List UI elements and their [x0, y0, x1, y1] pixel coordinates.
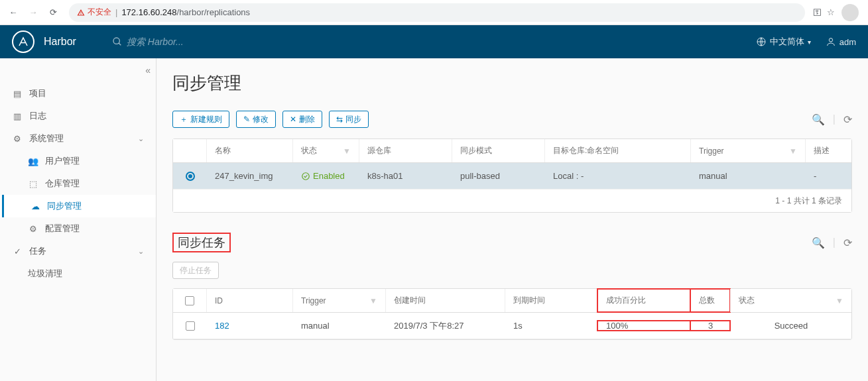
rule-row[interactable]: 247_kevin_img Enabled k8s-ha01 pull-base… [173, 163, 851, 190]
sidebar-item-users[interactable]: 👥 用户管理 [0, 150, 156, 172]
rules-table: 名称 状态▼ 源仓库 同步模式 目标仓库:命名空间 Trigger▼ 描述 24… [172, 138, 852, 213]
pencil-icon: ✎ [243, 115, 250, 124]
col-status[interactable]: 状态 [739, 295, 755, 306]
user-icon [826, 36, 836, 47]
sidebar-item-replication[interactable]: ☁ 同步管理 [0, 195, 156, 217]
new-rule-button[interactable]: ＋新建规则 [172, 111, 229, 128]
forward-button[interactable]: → [25, 5, 41, 21]
filter-icon[interactable]: ▼ [789, 146, 797, 156]
rule-src: k8s-ha01 [367, 171, 403, 181]
sidebar-item-config[interactable]: ⚙ 配置管理 [0, 217, 156, 240]
col-dest[interactable]: 目标仓库:命名空间 [553, 145, 619, 156]
registry-icon: ⬚ [28, 179, 38, 189]
edit-button[interactable]: ✎修改 [236, 111, 276, 128]
svg-point-0 [113, 38, 119, 44]
chevron-down-icon: ▾ [808, 38, 811, 46]
gear-icon: ⚙ [28, 224, 38, 234]
profile-avatar[interactable] [841, 4, 859, 21]
refresh-icon[interactable]: ⟳ [843, 113, 852, 126]
sidebar-item-logs[interactable]: ▥ 日志 [0, 105, 156, 127]
chevron-down-icon: ⌄ [138, 247, 144, 256]
main-content: 同步管理 ＋新建规则 ✎修改 ✕删除 ⇆同步 🔍 | ⟳ 名称 状态▼ 源仓库 … [156, 58, 868, 381]
star-icon[interactable]: ☆ [827, 7, 835, 17]
job-trigger: manual [301, 321, 330, 331]
rule-desc: - [814, 171, 816, 181]
filter-icon[interactable]: 🔍 [812, 237, 825, 249]
job-id-link[interactable]: 182 [215, 321, 229, 331]
rules-pagination-info: 1 - 1 共计 1 条记录 [775, 195, 842, 207]
harbor-logo-icon [12, 30, 34, 53]
page-title: 同步管理 [172, 72, 852, 95]
sidebar-item-gc[interactable]: 垃圾清理 [0, 262, 156, 285]
row-checkbox[interactable] [186, 321, 195, 331]
sync-icon: ⇆ [336, 115, 343, 124]
rule-name: 247_kevin_img [215, 171, 273, 181]
refresh-icon[interactable]: ⟳ [843, 237, 852, 249]
col-status[interactable]: 状态 [301, 145, 317, 156]
url-text: 172.16.60.248/harbor/replications [121, 7, 250, 17]
filter-icon[interactable]: ▼ [343, 146, 351, 156]
user-menu[interactable]: adm [826, 36, 856, 47]
filter-icon[interactable]: ▼ [369, 296, 377, 305]
global-search-input[interactable] [127, 36, 326, 47]
select-all-checkbox[interactable] [185, 296, 194, 305]
col-success[interactable]: 成功百分比 [606, 295, 646, 306]
enabled-badge: Enabled [301, 171, 345, 181]
svg-point-4 [302, 172, 310, 180]
annotation-highlight: 同步任务 [172, 233, 231, 252]
sidebar-label: 日志 [29, 110, 46, 122]
sidebar-item-tasks[interactable]: ✓ 任务 ⌄ [0, 240, 156, 262]
jobs-table: ID Trigger▼ 创建时间 到期时间 成功百分比 总数 状态▼ 182 m… [172, 288, 852, 340]
row-radio[interactable] [186, 172, 195, 181]
job-row[interactable]: 182 manual 2019/7/3 下午8:27 1s 100% 3 Suc… [173, 313, 851, 339]
sidebar-label: 任务 [29, 245, 46, 257]
col-trigger[interactable]: Trigger [301, 296, 326, 305]
sidebar-collapse-icon[interactable]: « [145, 65, 151, 76]
sidebar-label: 垃圾清理 [28, 268, 62, 280]
svg-line-1 [119, 43, 121, 45]
sidebar-item-projects[interactable]: ▤ 项目 [0, 82, 156, 105]
filter-icon[interactable]: 🔍 [812, 113, 825, 126]
brand-title: Harbor [44, 36, 76, 48]
sidebar-label: 配置管理 [45, 223, 80, 235]
sidebar-item-registries[interactable]: ⬚ 仓库管理 [0, 172, 156, 195]
browser-toolbar: ← → ⟳ 不安全 | 172.16.60.248/harbor/replica… [0, 0, 868, 25]
cloud-sync-icon: ☁ [30, 201, 40, 211]
col-name[interactable]: 名称 [215, 145, 231, 156]
reload-button[interactable]: ⟳ [45, 5, 61, 21]
x-icon: ✕ [290, 115, 296, 124]
rule-mode: pull-based [460, 171, 500, 181]
filter-icon[interactable]: ▼ [836, 296, 843, 305]
sidebar-label: 系统管理 [29, 133, 64, 144]
sidebar-label: 仓库管理 [45, 178, 80, 190]
col-created[interactable]: 创建时间 [394, 295, 426, 306]
job-duration: 1s [513, 321, 523, 331]
delete-button[interactable]: ✕删除 [282, 111, 322, 128]
language-switcher[interactable]: 中文简体 ▾ [756, 36, 811, 48]
replicate-button[interactable]: ⇆同步 [329, 111, 369, 128]
col-src[interactable]: 源仓库 [367, 145, 391, 156]
logs-icon: ▥ [12, 111, 23, 121]
plus-icon: ＋ [180, 114, 188, 125]
col-duration[interactable]: 到期时间 [513, 295, 545, 306]
col-id[interactable]: ID [215, 296, 223, 305]
job-success-rate: 100% [606, 321, 628, 331]
rule-dest: Local : - [553, 171, 584, 181]
col-trigger[interactable]: Trigger [699, 146, 724, 156]
chevron-down-icon: ⌄ [138, 135, 144, 143]
sidebar-item-sysadmin[interactable]: ⚙ 系统管理 ⌄ [0, 127, 156, 150]
key-icon[interactable]: ⚿ [813, 7, 820, 17]
jobs-section-title: 同步任务 [178, 236, 225, 249]
projects-icon: ▤ [12, 89, 23, 99]
url-bar[interactable]: 不安全 | 172.16.60.248/harbor/replications [69, 3, 805, 22]
rule-action-bar: ＋新建规则 ✎修改 ✕删除 ⇆同步 🔍 | ⟳ [172, 111, 852, 128]
col-mode[interactable]: 同步模式 [460, 145, 492, 156]
job-created: 2019/7/3 下午8:27 [394, 320, 464, 332]
sidebar-label: 同步管理 [47, 200, 82, 212]
back-button[interactable]: ← [5, 5, 21, 21]
search-icon [112, 36, 123, 47]
stop-job-button[interactable]: 停止任务 [172, 262, 219, 279]
col-desc[interactable]: 描述 [814, 145, 830, 156]
job-total: 3 [708, 321, 713, 331]
col-total[interactable]: 总数 [699, 295, 715, 306]
